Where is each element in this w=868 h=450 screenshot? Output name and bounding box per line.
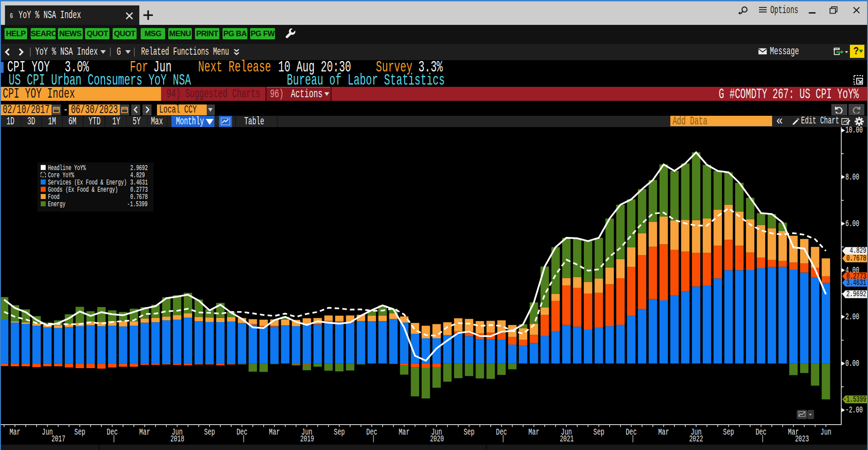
svg-text:Sep: Sep [593, 426, 604, 437]
svg-text:6.00: 6.00 [845, 218, 859, 229]
svg-text:-1.5399: -1.5399 [843, 394, 866, 404]
svg-text:Sep: Sep [464, 426, 474, 437]
svg-text:Dec: Dec [107, 426, 118, 437]
svg-text:2021: 2021 [560, 434, 574, 444]
svg-text:0.7678: 0.7678 [846, 253, 866, 263]
svg-text:-2.00: -2.00 [845, 405, 863, 415]
svg-text:Mar: Mar [528, 426, 539, 437]
svg-text:Jun: Jun [821, 426, 831, 437]
svg-text:8.00: 8.00 [845, 172, 859, 182]
svg-text:10.00: 10.00 [845, 127, 863, 135]
svg-text:Mar: Mar [9, 426, 20, 437]
svg-text:Mar: Mar [269, 426, 280, 437]
svg-text:0.00: 0.00 [845, 358, 859, 369]
svg-text:2.00: 2.00 [845, 312, 859, 322]
svg-text:2019: 2019 [300, 434, 314, 444]
svg-text:-1.5399: -1.5399 [127, 200, 147, 208]
svg-text:Sep: Sep [334, 426, 345, 437]
svg-text:Sep: Sep [204, 426, 215, 437]
svg-text:Mar: Mar [658, 426, 669, 437]
svg-text:Dec: Dec [496, 426, 507, 437]
svg-text:3.4631: 3.4631 [846, 278, 866, 287]
svg-text:Sep: Sep [74, 426, 85, 437]
svg-text:Mar: Mar [139, 426, 150, 437]
svg-text:Dec: Dec [366, 426, 377, 437]
svg-text:2020: 2020 [430, 434, 444, 444]
svg-text:Sep: Sep [723, 426, 734, 437]
svg-text:Dec: Dec [755, 426, 766, 437]
svg-text:Energy: Energy [48, 200, 66, 208]
svg-text:Mar: Mar [399, 426, 410, 437]
svg-text:2023: 2023 [795, 434, 809, 444]
svg-text:Dec: Dec [237, 426, 247, 437]
svg-text:Dec: Dec [626, 426, 637, 437]
svg-text:2.9692: 2.9692 [846, 289, 866, 299]
svg-text:2018: 2018 [171, 434, 185, 444]
svg-text:2017: 2017 [52, 434, 66, 444]
svg-text:2022: 2022 [689, 434, 703, 444]
